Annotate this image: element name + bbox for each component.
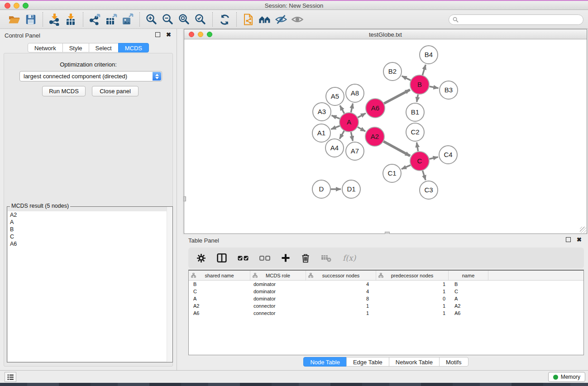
table-cell[interactable]: A [449,296,488,301]
mcds-result-item[interactable]: A6 [8,240,172,248]
resize-grip[interactable] [580,227,586,233]
table-row[interactable]: A2connector11A2 [189,302,583,310]
search-field[interactable] [449,14,583,25]
table-row[interactable]: A6connector11A6 [189,310,583,317]
graph-edge-C-C1[interactable] [402,165,411,169]
table-cell[interactable]: A6 [189,310,250,316]
result-scrollbar[interactable] [167,207,172,362]
graph-edge-C-C4[interactable] [429,157,438,159]
open-session-button[interactable] [6,12,23,27]
table-cell[interactable]: 1 [376,289,449,294]
tab-style[interactable]: Style [62,43,89,52]
graph-node-D1[interactable]: D1 [342,180,360,198]
tab-network[interactable]: Network [28,43,63,52]
add-column-button[interactable] [281,253,290,262]
table-cell[interactable]: A2 [189,303,250,309]
export-table-button[interactable] [103,12,120,27]
graph-edge-B-B1[interactable] [417,95,418,102]
graph-node-A8[interactable]: A8 [346,84,364,102]
optimization-criterion-dropdown[interactable]: largest connected component (directed) [19,71,162,81]
mcds-result-item[interactable]: B [8,226,172,233]
graph-node-A5[interactable]: A5 [326,87,344,105]
graph-node-A7[interactable]: A7 [346,142,364,160]
zoom-in-button[interactable] [143,12,160,27]
graph-edge-C-C3[interactable] [423,171,426,180]
network-canvas[interactable]: B4B2BB3A8A5A6A3B1AA1C2A2A4A7C4CC1C3DD1 [184,40,587,234]
graph-node-C4[interactable]: C4 [439,146,457,164]
graph-node-A3[interactable]: A3 [313,103,331,121]
destroy-table-button[interactable] [321,254,332,262]
import-table-button[interactable] [63,12,79,27]
import-network-button[interactable] [47,12,63,27]
graph-node-B[interactable]: B [410,75,429,94]
graph-node-C1[interactable]: C1 [383,164,401,182]
table-row[interactable]: Adominator80A [189,295,583,302]
table-cell[interactable]: 1 [306,310,376,316]
graph-edge-B-B2[interactable] [402,76,411,80]
select-all-button[interactable] [238,256,249,261]
graph-edge-B-B4[interactable] [422,65,425,75]
tab-network-table[interactable]: Network Table [389,357,440,367]
graph-edge-A-A1[interactable] [331,126,339,129]
mcds-result-item[interactable]: A [8,219,172,226]
table-cell[interactable]: C [189,289,250,294]
tab-mcds[interactable]: MCDS [118,43,149,52]
graph-node-B2[interactable]: B2 [383,62,402,81]
tab-select[interactable]: Select [89,43,119,52]
refresh-view-button[interactable] [216,12,233,27]
table-cell[interactable]: 0 [376,296,449,301]
table-cell[interactable]: connector [250,303,306,309]
float-panel-icon[interactable] [155,32,160,37]
table-cell[interactable]: A2 [449,303,488,309]
graph-edge-A-A6[interactable] [358,113,365,117]
graph-edge-A-A5[interactable] [340,105,344,113]
function-builder-button[interactable]: f(x) [343,253,356,262]
show-columns-button[interactable] [217,253,227,263]
graph-node-A1[interactable]: A1 [312,124,330,142]
column-header-predecessor-nodes[interactable]: predecessor nodes [376,271,449,280]
delete-column-button[interactable] [301,253,310,263]
graph-node-A6[interactable]: A6 [366,99,385,118]
mcds-result-item[interactable]: A2 [8,211,172,219]
tab-node-table[interactable]: Node Table [303,357,347,367]
table-cell[interactable]: B [189,281,250,287]
table-row[interactable]: Cdominator41C [189,288,583,295]
graph-edge-C-C2[interactable] [417,143,418,152]
zoom-out-button[interactable] [160,12,176,27]
table-cell[interactable]: 1 [376,310,449,316]
graph-node-A[interactable]: A [339,113,359,132]
table-cell[interactable]: dominator [250,281,306,287]
column-header-successor-nodes[interactable]: successor nodes [306,271,376,280]
graph-edge-A-A2[interactable] [358,127,365,131]
graph-edge-B-B3[interactable] [430,86,439,88]
close-panel-icon[interactable]: ✖ [577,237,582,242]
tab-motifs[interactable]: Motifs [439,357,468,367]
search-input[interactable] [461,17,579,23]
table-cell[interactable]: dominator [250,296,306,301]
graph-node-B4[interactable]: B4 [420,46,438,64]
graph-edge-A-A7[interactable] [351,132,353,141]
export-network-button[interactable] [87,12,103,27]
graph-edge-A6-B[interactable] [384,90,410,103]
graph-node-C3[interactable]: C3 [420,181,438,199]
task-history-button[interactable] [5,372,16,382]
save-session-button[interactable] [23,12,39,27]
graph-edge-A2-C[interactable] [383,142,410,156]
graph-edge-A-A4[interactable] [339,131,344,139]
column-header-mcds-role[interactable]: MCDS role [250,271,306,280]
zoom-selected-button[interactable] [192,12,209,27]
table-row[interactable]: Bdominator41B [189,281,583,288]
tab-edge-table[interactable]: Edge Table [346,357,389,367]
column-header-shared-name[interactable]: shared name [189,271,250,280]
table-cell[interactable]: 8 [306,296,376,301]
table-cell[interactable]: B [449,281,488,287]
export-image-button[interactable] [120,12,136,27]
graph-edge-A-A3[interactable] [331,115,339,119]
graph-node-D[interactable]: D [312,180,330,198]
float-panel-icon[interactable] [566,237,571,242]
graph-node-B3[interactable]: B3 [440,81,458,99]
graph-node-C[interactable]: C [410,152,429,171]
table-cell[interactable]: 1 [376,303,449,309]
column-header-name[interactable]: name [449,271,488,280]
graph-edge-A-A8[interactable] [351,104,353,113]
